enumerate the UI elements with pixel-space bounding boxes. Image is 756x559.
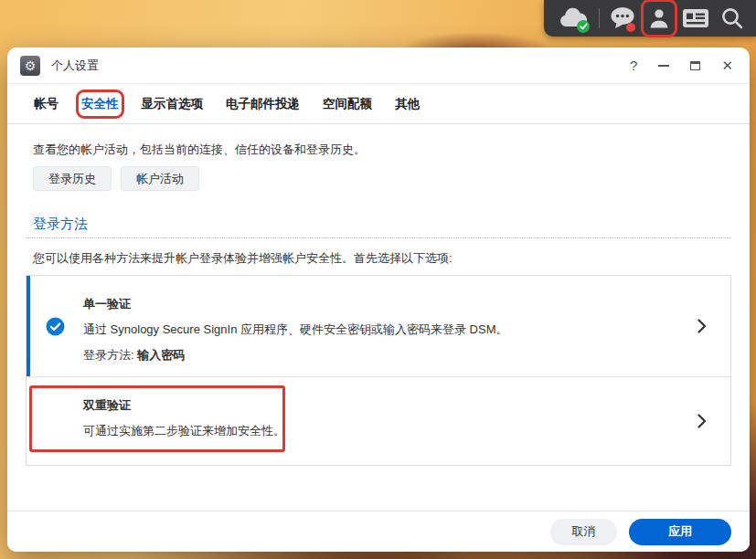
detail-label: 登录方法: xyxy=(83,348,137,362)
option-title: 单一验证 xyxy=(83,291,674,317)
search-icon[interactable] xyxy=(719,5,745,32)
option-title: 双重验证 xyxy=(83,393,674,418)
chevron-right-icon xyxy=(674,377,730,465)
selected-indicator-bar xyxy=(27,276,30,376)
personal-settings-dialog: ⚙ 个人设置 ? ✕ 帐号 安全性 显示首选项 电子邮件投递 空间配额 其他 查… xyxy=(7,47,750,552)
option-description: 可通过实施第二步验证来增加安全性。 xyxy=(83,418,674,444)
option-body: 单一验证 通过 Synology Secure SignIn 应用程序、硬件安全… xyxy=(83,276,674,376)
login-method-description: 您可以使用各种方法来提升帐户登录体验并增强帐户安全性。首先选择以下选项: xyxy=(33,250,731,267)
dialog-title: 个人设置 xyxy=(51,58,99,74)
option-detail: 登录方法: 输入密码 xyxy=(83,343,674,368)
screen: ⚙ 个人设置 ? ✕ 帐号 安全性 显示首选项 电子邮件投递 空间配额 其他 查… xyxy=(0,0,756,559)
window-controls: ? ✕ xyxy=(630,58,733,72)
selected-check-icon xyxy=(27,276,83,376)
widgets-icon[interactable] xyxy=(682,5,709,32)
close-button[interactable]: ✕ xyxy=(721,58,733,72)
user-account-icon[interactable] xyxy=(646,5,672,32)
cloud-sync-icon[interactable] xyxy=(559,5,589,32)
dialog-footer: 取消 应用 xyxy=(7,511,750,552)
chat-icon[interactable] xyxy=(610,5,636,32)
login-history-button[interactable]: 登录历史 xyxy=(33,166,112,191)
section-divider xyxy=(26,237,731,238)
account-activity-button[interactable]: 帐户活动 xyxy=(121,166,199,191)
tab-quota[interactable]: 空间配额 xyxy=(322,94,373,114)
settings-gear-icon: ⚙ xyxy=(20,56,40,76)
system-tray xyxy=(544,0,756,37)
option-icon-spacer xyxy=(27,377,83,465)
sync-ok-badge xyxy=(577,20,590,33)
security-tab-content: 查看您的帐户活动，包括当前的连接、信任的设备和登录历史。 登录历史 帐户活动 登… xyxy=(7,124,750,466)
detail-value: 输入密码 xyxy=(137,348,185,362)
apply-button[interactable]: 应用 xyxy=(629,519,731,545)
tab-display-preferences[interactable]: 显示首选项 xyxy=(141,94,205,114)
option-body: 双重验证 可通过实施第二步验证来增加安全性。 xyxy=(83,377,674,465)
magnifier-glyph xyxy=(720,6,744,30)
tab-account[interactable]: 帐号 xyxy=(33,94,59,114)
option-two-factor-verification[interactable]: 双重验证 可通过实施第二步验证来增加安全性。 xyxy=(27,377,730,465)
tray-divider xyxy=(599,8,600,28)
option-description: 通过 Synology Secure SignIn 应用程序、硬件安全密钥或输入… xyxy=(83,317,674,343)
help-button[interactable]: ? xyxy=(630,58,637,72)
dialog-titlebar: ⚙ 个人设置 ? ✕ xyxy=(7,47,750,84)
minimize-button[interactable] xyxy=(658,65,669,67)
widgets-glyph xyxy=(682,7,709,29)
chevron-right-icon xyxy=(674,276,730,376)
activity-buttons: 登录历史 帐户活动 xyxy=(33,166,731,191)
tab-email-delivery[interactable]: 电子邮件投递 xyxy=(225,94,301,114)
login-method-options: 单一验证 通过 Synology Secure SignIn 应用程序、硬件安全… xyxy=(26,275,731,466)
person-glyph xyxy=(647,6,671,30)
tab-others[interactable]: 其他 xyxy=(394,94,421,114)
tab-bar: 帐号 安全性 显示首选项 电子邮件投递 空间配额 其他 xyxy=(7,84,750,124)
chat-notification-dot xyxy=(626,23,635,32)
account-activity-description: 查看您的帐户活动，包括当前的连接、信任的设备和登录历史。 xyxy=(33,142,731,158)
maximize-button[interactable] xyxy=(690,61,700,70)
tab-security[interactable]: 安全性 xyxy=(80,94,120,114)
cancel-button[interactable]: 取消 xyxy=(550,519,617,545)
option-single-verification[interactable]: 单一验证 通过 Synology Secure SignIn 应用程序、硬件安全… xyxy=(27,276,730,377)
login-method-heading: 登录方法 xyxy=(33,215,731,233)
